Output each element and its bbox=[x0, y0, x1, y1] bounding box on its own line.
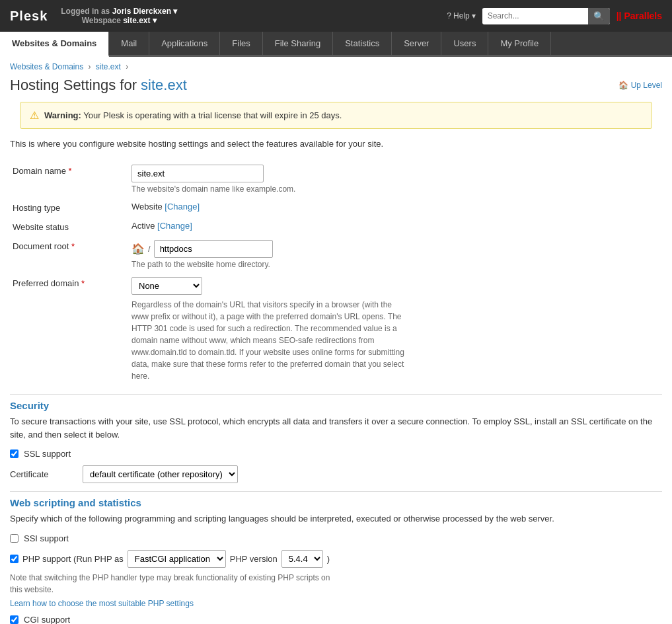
preferred-domain-row: Preferred domain * None www.site.ext sit… bbox=[10, 273, 662, 386]
header: Plesk Logged in as Joris Dierckxen ▾Webs… bbox=[0, 0, 672, 32]
tab-statistics[interactable]: Statistics bbox=[333, 32, 392, 55]
ssi-support-row: SSI support bbox=[10, 533, 662, 543]
tab-users[interactable]: Users bbox=[441, 32, 488, 55]
domain-name-value-cell: The website's domain name like example.c… bbox=[129, 161, 662, 198]
page-title: Hosting Settings for site.ext bbox=[10, 77, 187, 94]
up-level-label: Up Level bbox=[631, 81, 662, 90]
hosting-type-value-cell: Website [Change] bbox=[129, 198, 662, 217]
warning-text: Warning: Your Plesk is operating with a … bbox=[44, 110, 342, 120]
help-button[interactable]: ? Help ▾ bbox=[447, 11, 475, 20]
header-left: Plesk Logged in as Joris Dierckxen ▾Webs… bbox=[10, 7, 177, 25]
php-handler-select[interactable]: FastCGI application Apache module CGI ap… bbox=[128, 550, 226, 568]
php-support-label: PHP support (Run PHP as bbox=[22, 554, 124, 564]
main-content: Websites & Domains › site.ext › Hosting … bbox=[0, 57, 672, 624]
web-scripting-divider bbox=[10, 491, 662, 492]
breadcrumb-link-domain[interactable]: site.ext bbox=[96, 62, 121, 71]
question-icon: ? bbox=[447, 11, 451, 20]
php-closing-paren: ) bbox=[327, 554, 330, 564]
ssi-support-checkbox[interactable] bbox=[10, 534, 19, 543]
content-area: ⚠ Warning: Your Plesk is operating with … bbox=[0, 102, 672, 624]
warning-box: ⚠ Warning: Your Plesk is operating with … bbox=[20, 102, 652, 129]
page-title-domain-link[interactable]: site.ext bbox=[141, 77, 187, 93]
ssl-support-row: SSL support bbox=[10, 449, 662, 459]
domain-name-hint: The website's domain name like example.c… bbox=[131, 184, 659, 194]
tab-websites-domains[interactable]: Websites & Domains bbox=[0, 32, 109, 57]
parallels-logo-text: Parallels bbox=[624, 11, 662, 21]
document-root-label: Document root * bbox=[10, 236, 129, 273]
up-level-link[interactable]: 🏠 Up Level bbox=[618, 81, 662, 90]
document-root-hint: The path to the website home directory. bbox=[131, 260, 659, 269]
php-note: Note that switching the PHP handler type… bbox=[10, 572, 340, 596]
domain-name-input[interactable] bbox=[131, 165, 264, 182]
warning-bold: Warning: bbox=[44, 110, 81, 120]
tab-my-profile[interactable]: My Profile bbox=[488, 32, 551, 55]
preferred-domain-desc: Regardless of the domain's URL that visi… bbox=[131, 299, 409, 382]
required-marker-docroot: * bbox=[71, 241, 75, 251]
plesk-logo: Plesk bbox=[10, 9, 48, 24]
website-status-label: Website status bbox=[10, 217, 129, 236]
website-status-value-cell: Active [Change] bbox=[129, 217, 662, 236]
security-title: Security bbox=[10, 400, 662, 411]
preferred-domain-label: Preferred domain * bbox=[10, 273, 129, 386]
page-title-row: Hosting Settings for site.ext 🏠 Up Level bbox=[0, 74, 672, 102]
cgi-support-checkbox[interactable] bbox=[10, 615, 19, 624]
certificate-select[interactable]: default certificate (other repository) o… bbox=[83, 465, 238, 483]
php-support-checkbox[interactable] bbox=[10, 555, 19, 563]
tab-applications[interactable]: Applications bbox=[149, 32, 220, 55]
breadcrumb: Websites & Domains › site.ext › bbox=[0, 57, 672, 74]
preferred-domain-select[interactable]: None www.site.ext site.ext bbox=[131, 277, 202, 295]
security-divider bbox=[10, 394, 662, 395]
header-user-info: Logged in as Joris Dierckxen ▾Webspace s… bbox=[61, 7, 177, 25]
parallels-logo-bars: || bbox=[616, 11, 622, 21]
slash-separator: / bbox=[148, 244, 151, 254]
breadcrumb-sep-2: › bbox=[126, 62, 128, 71]
domain-name-label: Domain name * bbox=[10, 161, 129, 198]
intro-text: This is where you configure website host… bbox=[10, 139, 662, 149]
tab-files[interactable]: Files bbox=[220, 32, 262, 55]
breadcrumb-link-websites[interactable]: Websites & Domains bbox=[10, 62, 83, 71]
php-learn-link[interactable]: Learn how to choose the most suitable PH… bbox=[10, 599, 194, 608]
ssl-support-label: SSL support bbox=[24, 449, 71, 459]
php-version-select[interactable]: 5.4.4 5.5 5.6 7.0 bbox=[281, 550, 323, 568]
tab-mail[interactable]: Mail bbox=[109, 32, 149, 55]
security-desc: To secure transactions with your site, u… bbox=[10, 415, 662, 441]
website-status-row: Website status Active [Change] bbox=[10, 217, 662, 236]
preferred-domain-value-cell: None www.site.ext site.ext Regardless of… bbox=[129, 273, 662, 386]
help-chevron-icon: ▾ bbox=[472, 11, 476, 20]
tab-server[interactable]: Server bbox=[392, 32, 441, 55]
web-scripting-title: Web scripting and statistics bbox=[10, 497, 662, 508]
hosting-type-label: Hosting type bbox=[10, 198, 129, 217]
breadcrumb-sep-1: › bbox=[89, 62, 93, 71]
header-right: ? Help ▾ 🔍 || Parallels bbox=[447, 8, 662, 24]
document-root-input[interactable] bbox=[154, 240, 273, 258]
document-root-row: Document root * 🏠 / The path to the webs… bbox=[10, 236, 662, 273]
certificate-label: Certificate bbox=[10, 469, 76, 479]
warning-message: Your Plesk is operating with a trial lic… bbox=[83, 110, 342, 120]
warning-icon: ⚠ bbox=[30, 109, 39, 122]
tab-file-sharing[interactable]: File Sharing bbox=[263, 32, 333, 55]
required-marker-preferred: * bbox=[81, 278, 85, 288]
cgi-support-row: CGI support bbox=[10, 615, 662, 625]
hosting-type-row: Hosting type Website [Change] bbox=[10, 198, 662, 217]
php-version-label: PHP version bbox=[230, 554, 278, 564]
ssl-support-checkbox[interactable] bbox=[10, 449, 19, 458]
document-root-value-cell: 🏠 / The path to the website home directo… bbox=[129, 236, 662, 273]
cgi-support-label: CGI support bbox=[24, 615, 70, 625]
search-box: 🔍 bbox=[482, 8, 610, 24]
doc-root-row: 🏠 / bbox=[131, 240, 659, 258]
parallels-logo: || Parallels bbox=[616, 11, 662, 21]
search-button[interactable]: 🔍 bbox=[588, 8, 610, 24]
web-scripting-desc: Specify which of the following programmi… bbox=[10, 512, 662, 526]
ssi-support-label: SSI support bbox=[24, 533, 69, 543]
up-level-icon: 🏠 bbox=[618, 81, 628, 90]
help-label: Help bbox=[453, 11, 470, 20]
required-marker-domain: * bbox=[69, 166, 72, 176]
nav-tabs: Websites & Domains Mail Applications Fil… bbox=[0, 32, 672, 57]
search-input[interactable] bbox=[482, 9, 588, 23]
certificate-row: Certificate default certificate (other r… bbox=[10, 465, 662, 483]
domain-name-row: Domain name * The website's domain name … bbox=[10, 161, 662, 198]
home-icon: 🏠 bbox=[131, 243, 145, 255]
hosting-form: Domain name * The website's domain name … bbox=[10, 161, 662, 386]
php-support-row: PHP support (Run PHP as FastCGI applicat… bbox=[10, 550, 662, 568]
